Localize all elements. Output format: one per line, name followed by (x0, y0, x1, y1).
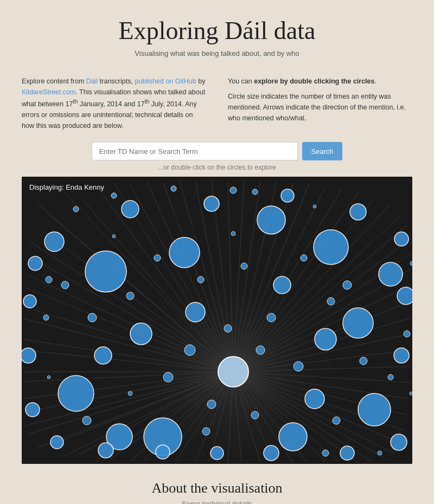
svg-point-150 (47, 376, 50, 379)
svg-point-112 (273, 276, 291, 294)
search-button[interactable]: Search (302, 142, 342, 160)
svg-point-119 (111, 193, 117, 198)
svg-point-138 (360, 357, 367, 365)
svg-point-107 (22, 348, 36, 363)
viz-canvas[interactable] (22, 177, 412, 464)
svg-point-118 (171, 186, 176, 191)
svg-point-110 (130, 323, 152, 345)
svg-point-129 (163, 372, 173, 382)
page-title: Exploring Dáil data (22, 16, 412, 45)
svg-point-113 (315, 328, 336, 350)
svg-point-153 (313, 205, 316, 208)
svg-point-100 (340, 446, 354, 460)
svg-point-123 (388, 374, 393, 380)
svg-point-103 (156, 445, 170, 459)
svg-point-137 (343, 281, 352, 289)
svg-point-121 (46, 276, 52, 283)
svg-point-130 (256, 346, 265, 354)
svg-point-82 (314, 230, 348, 264)
svg-point-146 (327, 298, 335, 305)
svg-point-131 (126, 292, 134, 300)
subtitle: Visualising what was being talked about,… (22, 49, 412, 57)
svg-point-90 (379, 262, 403, 286)
svg-point-141 (202, 428, 210, 435)
header: Exploring Dáil data Visualising what was… (22, 0, 412, 63)
svg-point-117 (252, 189, 258, 195)
svg-point-154 (231, 231, 235, 236)
svg-point-99 (391, 434, 407, 450)
svg-point-125 (322, 450, 329, 456)
svg-point-135 (293, 361, 303, 371)
svg-point-116 (230, 187, 237, 193)
page-wrapper: Exploring Dáil data Visualising what was… (0, 0, 434, 504)
search-hint: ...or double-click on the circles to exp… (22, 164, 412, 171)
svg-point-127 (207, 400, 216, 409)
explore-hint-bold: explore by double clicking the circles (254, 77, 374, 85)
svg-point-136 (88, 313, 97, 322)
svg-point-108 (23, 295, 36, 308)
svg-point-86 (169, 237, 200, 268)
dail-link[interactable]: Dáil (86, 77, 98, 85)
svg-point-91 (44, 232, 64, 251)
svg-point-124 (404, 331, 410, 337)
kildarestreet-link[interactable]: KildareStreet.com (22, 88, 75, 96)
svg-point-143 (197, 276, 204, 283)
svg-point-120 (73, 206, 79, 212)
svg-point-104 (98, 443, 113, 458)
svg-point-83 (343, 308, 373, 338)
search-section: Search ...or double-click on the circles… (22, 142, 412, 171)
svg-point-155 (218, 357, 248, 387)
svg-point-87 (257, 206, 285, 234)
svg-point-93 (204, 196, 219, 211)
svg-point-95 (350, 204, 366, 220)
svg-point-89 (279, 423, 307, 451)
svg-point-115 (94, 347, 112, 364)
svg-point-152 (112, 235, 116, 238)
info-section: Explore content from Dáil transcripts, p… (22, 76, 412, 131)
svg-point-84 (358, 393, 391, 426)
svg-point-122 (43, 315, 49, 320)
visualization-container[interactable]: Displaying: Enda Kenny (22, 177, 412, 464)
svg-point-106 (25, 403, 40, 417)
svg-point-133 (224, 325, 232, 332)
info-right: You can explore by double clicking the c… (228, 76, 412, 131)
svg-point-114 (305, 389, 324, 409)
info-left: Explore content from Dáil transcripts, p… (22, 76, 206, 131)
svg-point-132 (184, 345, 195, 356)
svg-point-97 (397, 287, 412, 305)
about-subtitle: Some technical details (22, 500, 412, 504)
svg-point-126 (61, 281, 69, 289)
search-input[interactable] (92, 142, 298, 160)
svg-point-96 (394, 232, 409, 246)
svg-point-142 (241, 263, 247, 269)
svg-point-85 (58, 376, 94, 411)
svg-point-111 (186, 302, 205, 322)
viz-display-label: Displaying: Enda Kenny (29, 183, 104, 191)
svg-point-128 (251, 411, 259, 419)
svg-point-80 (85, 251, 126, 292)
svg-point-102 (210, 447, 224, 460)
svg-point-109 (28, 256, 42, 270)
svg-point-94 (281, 189, 294, 202)
svg-point-98 (394, 348, 409, 363)
github-link[interactable]: published on GitHub (135, 77, 196, 85)
svg-point-134 (267, 313, 276, 322)
about-section: About the visualisation Some technical d… (22, 464, 412, 504)
svg-point-105 (50, 436, 63, 449)
search-row: Search (22, 142, 412, 160)
about-title: About the visualisation (22, 480, 412, 496)
svg-point-148 (410, 392, 412, 395)
circle-description: Circle size indicates the number of time… (228, 91, 412, 124)
svg-point-92 (122, 201, 139, 218)
svg-point-140 (82, 416, 91, 425)
svg-point-151 (128, 391, 132, 396)
svg-point-145 (301, 255, 307, 261)
svg-point-139 (333, 417, 340, 424)
svg-point-144 (154, 255, 161, 261)
svg-point-149 (378, 451, 382, 455)
svg-point-101 (264, 445, 279, 461)
